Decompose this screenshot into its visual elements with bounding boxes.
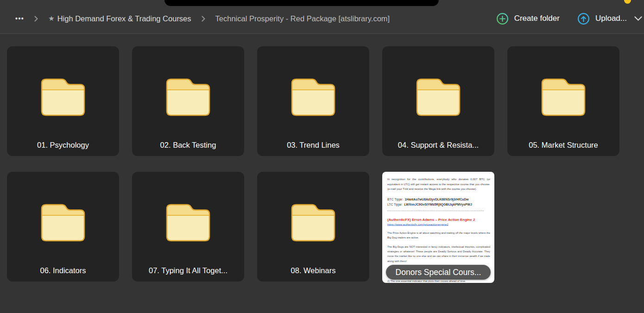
doc-ltc-tipjar: LTC Tipjar: LWXnnJC9GvStYMb5Rj9QGBtJqAPM… <box>387 202 490 207</box>
breadcrumb-parent-label: High Demand Forex & Trading Courses <box>57 14 191 23</box>
top-bar: ••• ★ High Demand Forex & Trading Course… <box>0 0 644 34</box>
doc-heading: (AuthenticFX) Erron Adams – Price Action… <box>387 218 490 222</box>
doc-paragraph: The Big Dogs are NOT interested in fancy… <box>387 244 490 263</box>
create-folder-button[interactable]: Create folder <box>496 13 560 25</box>
breadcrumb-item-current[interactable]: Technical Prosperity - Red Package [atsl… <box>215 14 390 23</box>
upload-button[interactable]: Upload... <box>577 13 627 25</box>
folder-icon <box>541 78 586 119</box>
folder-icon <box>290 78 336 119</box>
upload-arrow-icon <box>577 13 590 25</box>
folder-icon <box>40 203 86 244</box>
folder-label: 02. Back Testing <box>136 141 240 150</box>
folder-label: 04. Support & Resista... <box>386 141 491 150</box>
folder-tile[interactable]: 02. Back Testing <box>132 46 244 156</box>
doc-intro-paragraph: In recognition for the contributions, ev… <box>387 177 490 192</box>
folder-icon <box>165 78 211 119</box>
file-name-badge: Donors Special Cours... <box>386 265 491 280</box>
upload-label: Upload... <box>595 14 627 23</box>
folder-tile[interactable]: 07. Typing It All Toget... <box>132 172 244 282</box>
folder-tile[interactable]: 04. Support & Resista... <box>382 46 494 156</box>
folder-label: 07. Typing It All Toget... <box>136 266 240 275</box>
breadcrumb-item-parent[interactable]: ★ High Demand Forex & Trading Courses <box>48 14 191 23</box>
folder-tile[interactable]: 01. Psychology <box>7 46 119 156</box>
doc-link: https://www.authenticfx.com/priceactione… <box>387 223 490 226</box>
file-tile[interactable]: In recognition for the contributions, ev… <box>382 172 494 283</box>
chevron-right-icon <box>202 16 205 22</box>
folder-icon <box>165 203 211 244</box>
chevron-down-icon[interactable] <box>634 16 642 21</box>
doc-divider: ----------------------------------------… <box>387 209 490 213</box>
folder-label: 06. Indicators <box>11 266 115 275</box>
star-icon: ★ <box>48 14 54 23</box>
folder-tile[interactable]: 08. Webinars <box>257 172 369 282</box>
plus-circle-icon <box>496 13 509 25</box>
search-bar-remnant[interactable] <box>164 0 439 6</box>
doc-paragraph: The Price Action Engine is all about wat… <box>387 231 490 240</box>
folder-icon <box>290 203 336 244</box>
toolbar-actions: Create folder Upload... <box>496 0 642 34</box>
folder-label: 03. Trend Lines <box>261 141 366 150</box>
folder-label: 08. Webinars <box>261 266 366 275</box>
folder-tile[interactable]: 06. Indicators <box>7 172 119 282</box>
chevron-right-icon <box>34 16 38 22</box>
folder-label: 05. Market Structure <box>511 141 616 150</box>
doc-btc-tipjar: BTC Tipjar: 1HantAo7wU8Ad3yvDLK6ENSr9j3r… <box>387 197 490 202</box>
folder-tile[interactable]: 05. Market Structure <box>507 46 619 156</box>
folder-label: 01. Psychology <box>11 141 115 150</box>
create-folder-label: Create folder <box>514 14 560 23</box>
file-grid: 01. Psychology 02. Back Testing 03. Tren… <box>7 46 619 283</box>
folder-icon <box>416 78 461 119</box>
folder-tile[interactable]: 03. Trend Lines <box>257 46 369 156</box>
folder-icon <box>40 78 86 119</box>
breadcrumb-menu-button[interactable]: ••• <box>15 15 24 22</box>
